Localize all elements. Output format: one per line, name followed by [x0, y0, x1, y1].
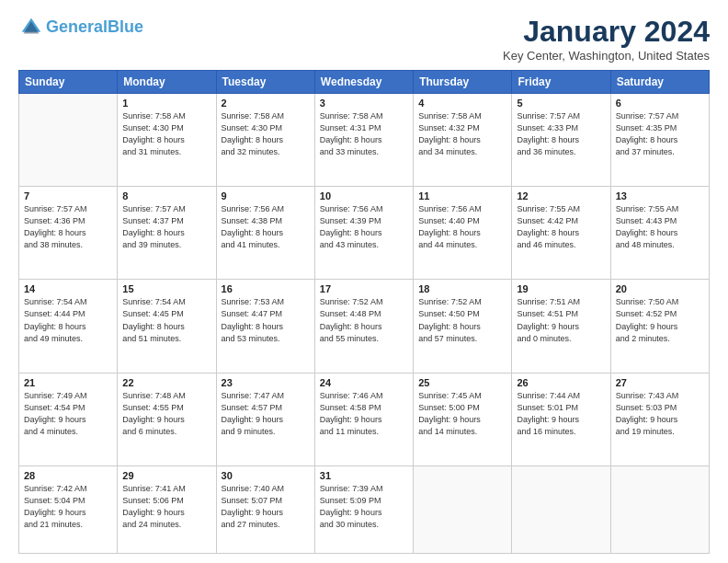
day-number: 13: [616, 190, 704, 201]
calendar-table: Sunday Monday Tuesday Wednesday Thursday…: [18, 70, 710, 554]
day-info: Sunrise: 7:53 AMSunset: 4:47 PMDaylight:…: [222, 296, 310, 344]
day-info: Sunrise: 7:55 AMSunset: 4:42 PMDaylight:…: [517, 203, 605, 251]
table-row: 20Sunrise: 7:50 AMSunset: 4:52 PMDayligh…: [610, 280, 709, 373]
table-row: 17Sunrise: 7:52 AMSunset: 4:48 PMDayligh…: [314, 280, 413, 373]
table-row: 9Sunrise: 7:56 AMSunset: 4:38 PMDaylight…: [216, 187, 314, 280]
day-number: 10: [320, 190, 408, 201]
table-row: 24Sunrise: 7:46 AMSunset: 4:58 PMDayligh…: [314, 373, 413, 465]
calendar-week-row: 1Sunrise: 7:58 AMSunset: 4:30 PMDaylight…: [19, 94, 710, 187]
day-info: Sunrise: 7:56 AMSunset: 4:38 PMDaylight:…: [222, 203, 310, 251]
logo: GeneralBlue: [18, 15, 143, 40]
day-number: 4: [418, 98, 506, 109]
day-number: 16: [222, 283, 310, 294]
table-row: 30Sunrise: 7:40 AMSunset: 5:07 PMDayligh…: [216, 465, 314, 553]
col-monday: Monday: [118, 71, 216, 94]
day-info: Sunrise: 7:44 AMSunset: 5:01 PMDaylight:…: [517, 390, 605, 438]
col-saturday: Saturday: [610, 71, 709, 94]
table-row: 13Sunrise: 7:55 AMSunset: 4:43 PMDayligh…: [610, 187, 709, 280]
day-number: 27: [616, 377, 704, 388]
day-number: 12: [517, 190, 605, 201]
day-number: 20: [616, 283, 704, 294]
day-number: 28: [24, 470, 112, 481]
location-title: Key Center, Washington, United States: [503, 49, 710, 63]
day-number: 6: [616, 98, 704, 109]
table-row: 11Sunrise: 7:56 AMSunset: 4:40 PMDayligh…: [414, 187, 512, 280]
table-row: 2Sunrise: 7:58 AMSunset: 4:30 PMDaylight…: [216, 94, 314, 187]
day-number: 3: [320, 98, 408, 109]
day-info: Sunrise: 7:56 AMSunset: 4:40 PMDaylight:…: [418, 203, 506, 251]
calendar-week-row: 21Sunrise: 7:49 AMSunset: 4:54 PMDayligh…: [19, 373, 710, 465]
col-tuesday: Tuesday: [216, 71, 314, 94]
table-row: 18Sunrise: 7:52 AMSunset: 4:50 PMDayligh…: [414, 280, 512, 373]
day-number: 15: [122, 283, 210, 294]
table-row: 3Sunrise: 7:58 AMSunset: 4:31 PMDaylight…: [314, 94, 413, 187]
calendar-week-row: 28Sunrise: 7:42 AMSunset: 5:04 PMDayligh…: [19, 465, 710, 553]
day-info: Sunrise: 7:52 AMSunset: 4:50 PMDaylight:…: [418, 296, 506, 344]
day-info: Sunrise: 7:45 AMSunset: 5:00 PMDaylight:…: [418, 390, 506, 438]
day-info: Sunrise: 7:39 AMSunset: 5:09 PMDaylight:…: [320, 483, 408, 531]
day-number: 21: [24, 377, 112, 388]
day-info: Sunrise: 7:51 AMSunset: 4:51 PMDaylight:…: [517, 296, 605, 344]
day-info: Sunrise: 7:57 AMSunset: 4:36 PMDaylight:…: [24, 203, 112, 251]
day-info: Sunrise: 7:50 AMSunset: 4:52 PMDaylight:…: [616, 296, 704, 344]
day-number: 11: [418, 190, 506, 201]
day-number: 17: [320, 283, 408, 294]
day-number: 26: [517, 377, 605, 388]
day-number: 14: [24, 283, 112, 294]
logo-icon: [18, 15, 44, 40]
table-row: 26Sunrise: 7:44 AMSunset: 5:01 PMDayligh…: [512, 373, 610, 465]
day-info: Sunrise: 7:57 AMSunset: 4:33 PMDaylight:…: [517, 110, 605, 158]
day-number: 1: [122, 98, 210, 109]
calendar-week-row: 7Sunrise: 7:57 AMSunset: 4:36 PMDaylight…: [19, 187, 710, 280]
month-title: January 2024: [503, 15, 710, 49]
col-wednesday: Wednesday: [314, 71, 413, 94]
col-sunday: Sunday: [19, 71, 118, 94]
table-row: 16Sunrise: 7:53 AMSunset: 4:47 PMDayligh…: [216, 280, 314, 373]
day-info: Sunrise: 7:46 AMSunset: 4:58 PMDaylight:…: [320, 390, 408, 438]
day-info: Sunrise: 7:42 AMSunset: 5:04 PMDaylight:…: [24, 483, 112, 531]
logo-text-line1: GeneralBlue: [46, 18, 143, 37]
table-row: 15Sunrise: 7:54 AMSunset: 4:45 PMDayligh…: [118, 280, 216, 373]
day-info: Sunrise: 7:58 AMSunset: 4:31 PMDaylight:…: [320, 110, 408, 158]
day-info: Sunrise: 7:54 AMSunset: 4:44 PMDaylight:…: [24, 296, 112, 344]
day-number: 7: [24, 190, 112, 201]
table-row: 22Sunrise: 7:48 AMSunset: 4:55 PMDayligh…: [118, 373, 216, 465]
title-block: January 2024 Key Center, Washington, Uni…: [503, 15, 710, 63]
day-info: Sunrise: 7:41 AMSunset: 5:06 PMDaylight:…: [122, 483, 210, 531]
day-number: 22: [122, 377, 210, 388]
day-info: Sunrise: 7:58 AMSunset: 4:32 PMDaylight:…: [418, 110, 506, 158]
day-info: Sunrise: 7:49 AMSunset: 4:54 PMDaylight:…: [24, 390, 112, 438]
table-row: 23Sunrise: 7:47 AMSunset: 4:57 PMDayligh…: [216, 373, 314, 465]
table-row: 10Sunrise: 7:56 AMSunset: 4:39 PMDayligh…: [314, 187, 413, 280]
day-number: 19: [517, 283, 605, 294]
table-row: [19, 94, 118, 187]
day-info: Sunrise: 7:54 AMSunset: 4:45 PMDaylight:…: [122, 296, 210, 344]
header: GeneralBlue January 2024 Key Center, Was…: [18, 15, 710, 63]
day-info: Sunrise: 7:43 AMSunset: 5:03 PMDaylight:…: [616, 390, 704, 438]
table-row: [610, 465, 709, 553]
table-row: [512, 465, 610, 553]
day-info: Sunrise: 7:58 AMSunset: 4:30 PMDaylight:…: [122, 110, 210, 158]
day-number: 5: [517, 98, 605, 109]
day-info: Sunrise: 7:55 AMSunset: 4:43 PMDaylight:…: [616, 203, 704, 251]
table-row: 8Sunrise: 7:57 AMSunset: 4:37 PMDaylight…: [118, 187, 216, 280]
table-row: 7Sunrise: 7:57 AMSunset: 4:36 PMDaylight…: [19, 187, 118, 280]
table-row: 29Sunrise: 7:41 AMSunset: 5:06 PMDayligh…: [118, 465, 216, 553]
day-number: 9: [222, 190, 310, 201]
day-info: Sunrise: 7:52 AMSunset: 4:48 PMDaylight:…: [320, 296, 408, 344]
table-row: 5Sunrise: 7:57 AMSunset: 4:33 PMDaylight…: [512, 94, 610, 187]
day-number: 2: [222, 98, 310, 109]
day-info: Sunrise: 7:58 AMSunset: 4:30 PMDaylight:…: [222, 110, 310, 158]
day-number: 31: [320, 470, 408, 481]
col-friday: Friday: [512, 71, 610, 94]
table-row: 27Sunrise: 7:43 AMSunset: 5:03 PMDayligh…: [610, 373, 709, 465]
table-row: 1Sunrise: 7:58 AMSunset: 4:30 PMDaylight…: [118, 94, 216, 187]
table-row: 12Sunrise: 7:55 AMSunset: 4:42 PMDayligh…: [512, 187, 610, 280]
day-info: Sunrise: 7:56 AMSunset: 4:39 PMDaylight:…: [320, 203, 408, 251]
day-info: Sunrise: 7:47 AMSunset: 4:57 PMDaylight:…: [222, 390, 310, 438]
table-row: 19Sunrise: 7:51 AMSunset: 4:51 PMDayligh…: [512, 280, 610, 373]
day-number: 25: [418, 377, 506, 388]
table-row: [414, 465, 512, 553]
table-row: 21Sunrise: 7:49 AMSunset: 4:54 PMDayligh…: [19, 373, 118, 465]
table-row: 31Sunrise: 7:39 AMSunset: 5:09 PMDayligh…: [314, 465, 413, 553]
